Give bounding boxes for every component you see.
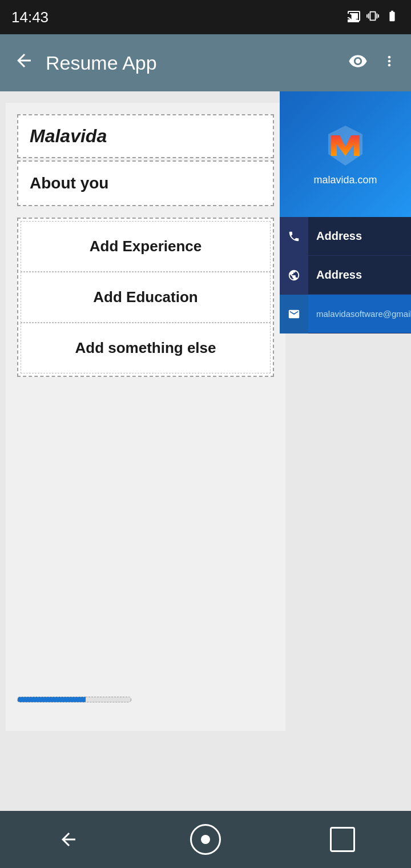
eye-icon[interactable]: [348, 51, 368, 75]
right-panel: malavida.com Address Address: [280, 91, 411, 343]
address-row-web: Address: [280, 256, 411, 295]
more-menu-icon[interactable]: [381, 51, 397, 75]
user-name: Malavida: [30, 126, 107, 146]
web-icon: [280, 256, 308, 295]
address-rows: Address Address malavidasoftware@gmail.c…: [280, 217, 411, 333]
vibrate-icon: [366, 10, 379, 25]
phone-icon: [280, 217, 308, 256]
app-bar-actions: [348, 51, 397, 75]
logo-domain: malavida.com: [313, 174, 377, 186]
nav-recent-button[interactable]: [323, 819, 362, 859]
address-row-web-label: Address: [308, 268, 362, 282]
address-row-email: malavidasoftware@gmail.com: [280, 295, 411, 333]
address-row-phone-label: Address: [308, 230, 362, 243]
add-something-else-button[interactable]: Add something else: [21, 323, 271, 373]
about-you-label: About you: [30, 174, 108, 192]
scroll-indicator: [17, 697, 131, 702]
email-icon: [280, 295, 308, 333]
status-time: 14:43: [11, 9, 49, 26]
battery-icon: [385, 10, 400, 25]
malavida-logo: [323, 123, 368, 168]
address-row-email-label: malavidasoftware@gmail.com: [308, 309, 411, 319]
nav-home-button[interactable]: [186, 819, 225, 859]
name-section: Malavida: [17, 114, 274, 158]
bottom-nav: [0, 811, 411, 868]
address-row-phone: Address: [280, 217, 411, 256]
action-buttons-group: Add Experience Add Education Add somethi…: [17, 218, 274, 377]
nav-back-button[interactable]: [49, 819, 88, 859]
add-experience-button[interactable]: Add Experience: [21, 221, 271, 272]
back-button[interactable]: [14, 50, 34, 76]
main-content: Malavida About you Add Experience Add Ed…: [0, 91, 411, 822]
cast-icon: [347, 9, 361, 26]
add-education-button[interactable]: Add Education: [21, 272, 271, 323]
status-bar: 14:43: [0, 0, 411, 34]
app-bar: Resume App: [0, 34, 411, 91]
left-panel: Malavida About you Add Experience Add Ed…: [6, 103, 285, 731]
about-section[interactable]: About you: [17, 160, 274, 206]
status-icons: [347, 9, 400, 26]
app-title: Resume App: [46, 52, 337, 74]
logo-area: malavida.com: [280, 91, 411, 217]
